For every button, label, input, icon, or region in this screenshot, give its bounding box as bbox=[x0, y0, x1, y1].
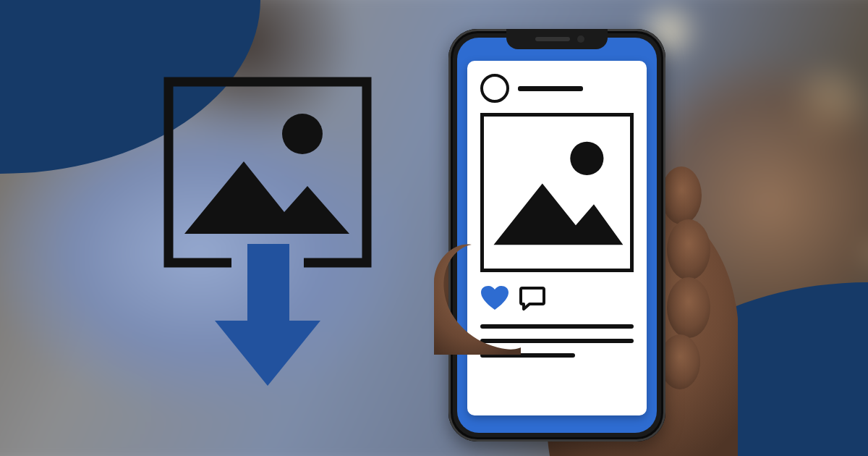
svg-point-4 bbox=[282, 114, 323, 154]
svg-marker-6 bbox=[215, 321, 320, 386]
svg-point-7 bbox=[570, 142, 603, 175]
social-post-card bbox=[467, 61, 647, 415]
image-download-graphic bbox=[163, 76, 373, 387]
post-header bbox=[480, 74, 634, 103]
avatar-placeholder-icon bbox=[480, 74, 509, 103]
phone-screen bbox=[457, 38, 657, 433]
phone-notch bbox=[506, 29, 608, 49]
username-placeholder-line bbox=[518, 86, 583, 91]
image-placeholder-icon bbox=[169, 82, 367, 263]
thumb-overlay bbox=[434, 239, 521, 355]
comment-icon[interactable] bbox=[519, 286, 545, 311]
smartphone-mockup bbox=[448, 29, 665, 442]
svg-rect-5 bbox=[247, 244, 289, 324]
